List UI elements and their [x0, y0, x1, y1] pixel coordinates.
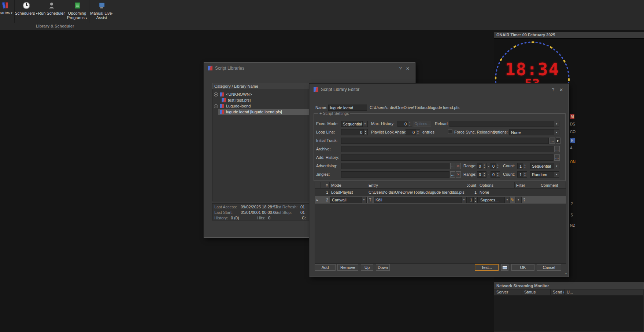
libraries-button[interactable]: braries ▾ — [0, 0, 15, 23]
schedulers-button[interactable]: Schedulers ▾ — [15, 0, 38, 23]
print-button[interactable] — [501, 264, 508, 271]
jingles-range-to-stepper[interactable]: 0▲▼ — [491, 171, 500, 178]
spinner-buttons[interactable]: ▲▼ — [523, 172, 527, 177]
column-header-options[interactable]: Options — [478, 182, 515, 188]
ribbon-toolbar: braries ▾ Schedulers ▾ Run Scheduler Upc… — [0, 0, 644, 30]
edit-icon[interactable]: ✎ — [511, 197, 514, 203]
advertising-count-stepper[interactable]: 1▲▼ — [517, 163, 527, 169]
last-start-label: Last Start: — [214, 210, 233, 215]
help-icon[interactable]: ? — [550, 87, 556, 93]
resize-grip[interactable]: .:: — [563, 272, 567, 276]
archive-input[interactable] — [341, 146, 554, 152]
spinner-buttons[interactable]: ▲▼ — [482, 163, 486, 169]
last-access-label: Last Access: — [214, 205, 237, 209]
remove-button[interactable]: Remove — [337, 264, 358, 271]
add-button[interactable]: Add — [315, 264, 336, 271]
browse-button[interactable]: … — [549, 138, 555, 144]
jingles-input[interactable] — [341, 171, 449, 178]
up-button[interactable]: Up — [361, 264, 373, 271]
filter-select[interactable]: ▼ — [515, 197, 522, 203]
test-button[interactable]: Test... — [475, 264, 499, 271]
spinner-buttons[interactable]: ▲▼ — [363, 129, 367, 135]
close-icon[interactable]: ✕ — [558, 87, 564, 93]
options-select[interactable]: Suppres...▼ — [478, 197, 510, 203]
column-header-filter[interactable]: Filter — [515, 182, 539, 188]
history-value: 0 (0) — [231, 216, 239, 220]
dialog-title: Script Library Editor — [321, 87, 359, 92]
browse-button[interactable]: … — [554, 154, 560, 161]
script-libraries-titlebar[interactable]: Script Libraries — [204, 63, 415, 74]
force-sync-checkbox[interactable] — [448, 129, 452, 134]
column-header-num[interactable]: # — [321, 182, 330, 188]
spinner-buttons[interactable]: ▲▼ — [523, 163, 527, 169]
tree-item-selected[interactable]: lugude loend [lugude loend.pfs] — [218, 109, 311, 115]
help-icon[interactable]: ? — [397, 66, 403, 72]
filter-help[interactable]: ? — [523, 198, 525, 202]
table-row[interactable]: 1 LoadPlaylist C:\Users\c-dis\OneDrive\T… — [315, 189, 566, 196]
reload-label: Reload: — [435, 121, 449, 126]
browse-button[interactable]: … — [554, 146, 560, 152]
look-ahead-stepper[interactable]: 0▲▼ — [406, 129, 420, 135]
spinner-buttons[interactable]: ▲▼ — [482, 172, 486, 177]
spinner-buttons[interactable]: ▲▼ — [408, 121, 412, 127]
jingles-range-from-stepper[interactable]: 0▲▼ — [477, 171, 486, 178]
spinner-buttons[interactable]: ▲▼ — [416, 129, 420, 135]
column-header-count[interactable]: Count — [467, 182, 478, 188]
advertising-range-from-stepper[interactable]: 0▲▼ — [477, 163, 486, 169]
browse-button[interactable]: … — [450, 163, 455, 169]
column-header-server[interactable]: Server — [494, 289, 522, 295]
column-header-send[interactable]: Send (... — [551, 289, 565, 295]
column-header-entry[interactable]: Entry — [367, 182, 467, 188]
chevron-down-icon: ▼ — [362, 121, 367, 127]
advertising-input[interactable] — [341, 163, 449, 169]
clear-button[interactable]: ✕ — [456, 171, 461, 178]
onair-header: ONAIR Time: 09 February 2025 — [494, 32, 644, 39]
column-header-u[interactable]: U... — [565, 289, 644, 295]
ellipsis-icon: … — [555, 156, 559, 160]
name-input[interactable]: lugude loend — [328, 105, 367, 111]
clear-button[interactable]: ✕ — [456, 163, 461, 169]
chevron-down-icon: ▼ — [554, 129, 559, 135]
advertising-mode-select[interactable]: Sequential▼ — [530, 163, 559, 169]
spinner-buttons[interactable]: ▲▼ — [496, 172, 500, 177]
options-select[interactable]: None▼ — [509, 129, 559, 135]
collapse-icon[interactable]: − — [214, 104, 218, 108]
live-assist-icon — [98, 1, 106, 10]
ok-button[interactable]: OK — [511, 264, 534, 271]
row-marker-header — [315, 182, 321, 188]
chevron-down-icon: ▼ — [504, 197, 510, 203]
options-button[interactable]: Options... — [414, 121, 431, 127]
column-header-comment[interactable]: Comment — [539, 182, 566, 188]
spinner-buttons[interactable]: ▲▼ — [473, 197, 477, 203]
manual-live-assist-button[interactable]: Manual Live-Assist — [89, 0, 114, 23]
track-type-button[interactable]: T — [367, 197, 373, 203]
browse-button[interactable]: … — [450, 171, 455, 178]
upcoming-programs-button[interactable]: Upcoming Programs ▾ — [65, 0, 89, 23]
initial-track-input[interactable] — [341, 138, 549, 144]
loop-line-stepper[interactable]: 0▲▼ — [341, 129, 368, 135]
editor-titlebar[interactable]: Script Library Editor — [310, 84, 569, 95]
entry-select[interactable]: Köll▼ — [374, 197, 467, 203]
cancel-button[interactable]: Cancel — [537, 264, 561, 271]
column-header-mode[interactable]: Mode — [330, 182, 367, 188]
column-header-status[interactable]: Status — [522, 289, 551, 295]
close-icon[interactable]: ✕ — [405, 66, 411, 72]
run-scheduler-button[interactable]: Run Scheduler — [38, 0, 65, 23]
table-row-selected[interactable]: ▸ 2 Cartwall▼ T Köll▼ 1▲▼ — [315, 196, 566, 204]
script-lines-table: # Mode Entry Count Options Filter Commen… — [315, 182, 566, 264]
ellipsis-icon: … — [451, 164, 455, 168]
advertising-range-to-stepper[interactable]: 0▲▼ — [491, 163, 500, 169]
max-history-stepper[interactable]: 0▲▼ — [397, 121, 412, 127]
spinner-buttons[interactable]: ▲▼ — [496, 163, 500, 169]
hits-label: Hits: — [257, 216, 265, 220]
jingles-count-stepper[interactable]: 1▲▼ — [517, 171, 527, 178]
reload-select[interactable]: ▼ — [449, 121, 559, 127]
collapse-icon[interactable]: − — [214, 92, 218, 96]
add-history-input[interactable] — [341, 154, 554, 161]
mode-select[interactable]: Cartwall▼ — [330, 197, 367, 203]
jingles-mode-select[interactable]: Random▼ — [530, 171, 559, 178]
count-stepper[interactable]: 1▲▼ — [467, 197, 478, 203]
down-button[interactable]: Down — [376, 264, 390, 271]
exec-mode-select[interactable]: Sequential▼ — [341, 121, 368, 127]
next-button[interactable]: ▶ — [556, 138, 560, 144]
